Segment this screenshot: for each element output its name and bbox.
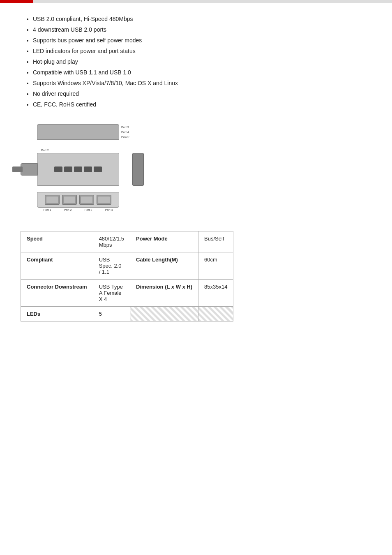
bottom-port-2 [62, 195, 77, 205]
hub-left-connector: Power [21, 163, 38, 176]
spec-value-compliant: USB Spec. 2.0 / 1.1 [93, 252, 130, 280]
front-port-4 [84, 166, 92, 172]
spec-na-cell-2 [198, 307, 233, 321]
hub-bottom-view [37, 192, 119, 208]
front-port-3 [74, 166, 82, 172]
spec-label-speed: Speed [21, 231, 93, 252]
feature-item-6: Compatible with USB 1.1 and USB 1.0 [33, 69, 371, 76]
port-labels: Port 1 Port 2 Port 3 Port 4 [37, 208, 119, 211]
spec-value-speed: 480/12/1.5 Mbps [93, 231, 130, 252]
spec-value-connector: USB Type A Female X 4 [93, 280, 130, 307]
bottom-port-4 [97, 195, 111, 205]
port3-label: Port 3 [121, 125, 129, 130]
port2-label-side: Port 2 [41, 148, 49, 153]
feature-item-4: LED indicators for power and port status [33, 48, 371, 54]
table-row: Connector Downstream USB Type A Female X… [21, 280, 233, 307]
hub-side-piece [132, 153, 144, 186]
feature-item-9: CE, FCC, RoHS certified [33, 101, 371, 108]
port-label-3: Port 3 [85, 208, 92, 211]
spec-label-connector: Connector Downstream [21, 280, 93, 307]
power-label-connector: Power [23, 207, 31, 210]
spec-label-cable-length: Cable Length(M) [130, 252, 198, 280]
table-row: Compliant USB Spec. 2.0 / 1.1 Cable Leng… [21, 252, 233, 280]
features-section: USB 2.0 compliant, Hi-Speed 480Mbps 4 do… [21, 16, 371, 108]
hub-top-view [37, 124, 119, 140]
hub-front-view [37, 153, 119, 186]
bottom-port-3 [79, 195, 94, 205]
table-row: LEDs 5 [21, 307, 233, 321]
feature-item-2: 4 downstream USB 2.0 ports [33, 26, 371, 33]
table-row: Speed 480/12/1.5 Mbps Power Mode Bus/Sel… [21, 231, 233, 252]
spec-value-leds: 5 [93, 307, 130, 321]
front-port-2 [64, 166, 72, 172]
spec-value-cable-length: 60cm [198, 252, 233, 280]
hub-front-ports [54, 166, 102, 172]
specs-table: Speed 480/12/1.5 Mbps Power Mode Bus/Sel… [21, 231, 233, 321]
features-list-2: Supports Windows XP/Vista/7/8/10, Mac OS… [21, 80, 371, 108]
port-label-1: Port 1 [44, 208, 51, 211]
front-port-5 [94, 166, 102, 172]
spec-label-power-mode: Power Mode [130, 231, 198, 252]
feature-item-7: Supports Windows XP/Vista/7/8/10, Mac OS… [33, 80, 371, 86]
top-view-labels: Port 3 Port 4 Power [121, 125, 129, 140]
power-label: Power [121, 135, 129, 140]
port-label-2: Port 2 [64, 208, 72, 211]
front-port-1 [54, 166, 62, 172]
spec-na-cell-1 [130, 307, 198, 321]
port4-label: Port 4 [121, 130, 129, 135]
spec-value-dimension: 85x35x14 [198, 280, 233, 307]
spec-label-compliant: Compliant [21, 252, 93, 280]
hub-cable [12, 166, 23, 172]
spec-label-leds: LEDs [21, 307, 93, 321]
feature-item-1: USB 2.0 compliant, Hi-Speed 480Mbps [33, 16, 371, 22]
features-list-1: USB 2.0 compliant, Hi-Speed 480Mbps 4 do… [21, 16, 371, 76]
feature-item-5: Hot-plug and play [33, 58, 371, 65]
feature-item-3: Supports bus power and self power modes [33, 37, 371, 44]
bottom-port-1 [45, 195, 60, 205]
feature-item-8: No driver required [33, 90, 371, 97]
specs-section: Speed 480/12/1.5 Mbps Power Mode Bus/Sel… [21, 231, 371, 321]
port-label-4: Port 4 [105, 208, 113, 211]
diagram-section: Port 3 Port 4 Power Port 2 Port 1 [21, 124, 371, 215]
device-diagram: Port 3 Port 4 Power Port 2 Port 1 [21, 124, 156, 215]
page-content: USB 2.0 compliant, Hi-Speed 480Mbps 4 do… [0, 3, 392, 338]
spec-value-power-mode: Bus/Self [198, 231, 233, 252]
top-bar [0, 0, 392, 3]
spec-label-dimension: Dimension (L x W x H) [130, 280, 198, 307]
